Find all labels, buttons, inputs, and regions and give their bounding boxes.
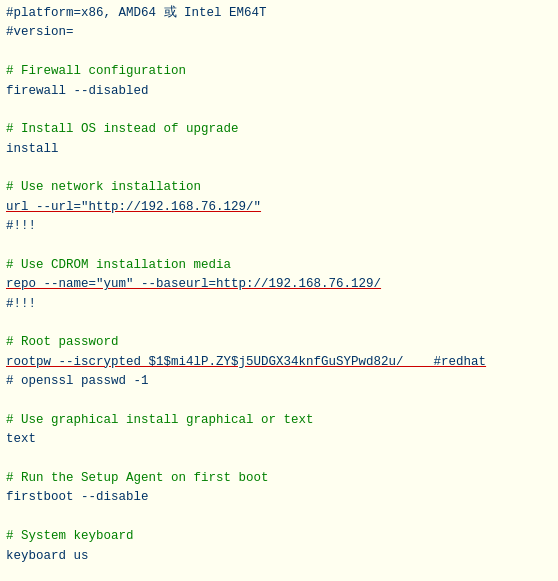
code-line: # System keyboard	[6, 527, 552, 546]
code-line: #!!!	[6, 295, 552, 314]
code-line: # Use CDROM installation media	[6, 256, 552, 275]
code-line: # Install OS instead of upgrade	[6, 120, 552, 139]
code-line: # Run the Setup Agent on first boot	[6, 469, 552, 488]
code-line	[6, 566, 552, 581]
code-line	[6, 450, 552, 469]
code-line	[6, 159, 552, 178]
code-line: repo --name="yum" --baseurl=http://192.1…	[6, 275, 552, 294]
code-line	[6, 314, 552, 333]
code-line: text	[6, 430, 552, 449]
code-editor: #platform=x86, AMD64 或 Intel EM64T#versi…	[0, 0, 558, 581]
code-line	[6, 43, 552, 62]
code-line	[6, 101, 552, 120]
code-line: firstboot --disable	[6, 488, 552, 507]
code-line: # Use graphical install graphical or tex…	[6, 411, 552, 430]
code-line: #platform=x86, AMD64 或 Intel EM64T	[6, 4, 552, 23]
code-line: #version=	[6, 23, 552, 42]
code-line: install	[6, 140, 552, 159]
code-line: #!!!	[6, 217, 552, 236]
code-line	[6, 508, 552, 527]
code-line: keyboard us	[6, 547, 552, 566]
code-line: rootpw --iscrypted $1$mi4lP.ZY$j5UDGX34k…	[6, 353, 552, 372]
code-line	[6, 392, 552, 411]
code-line: firewall --disabled	[6, 82, 552, 101]
code-line: url --url="http://192.168.76.129/"	[6, 198, 552, 217]
code-line: # Firewall configuration	[6, 62, 552, 81]
code-line	[6, 237, 552, 256]
code-line: # openssl passwd -1	[6, 372, 552, 391]
code-line: # Use network installation	[6, 178, 552, 197]
code-line: # Root password	[6, 333, 552, 352]
